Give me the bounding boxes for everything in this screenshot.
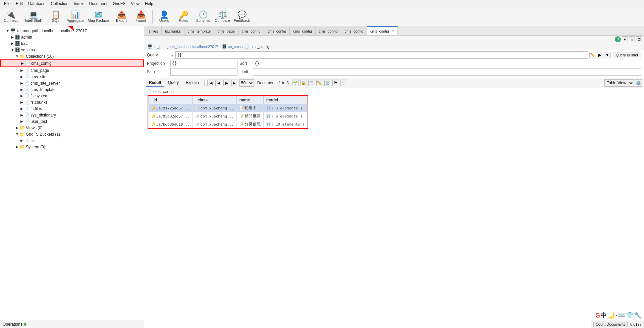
fs-label: fs <box>31 138 34 143</box>
settings-btn[interactable]: ⚙️ <box>635 79 642 87</box>
roles-button[interactable]: 🔑 Roles <box>175 10 192 24</box>
tab-cms-page[interactable]: cms_page <box>214 26 238 35</box>
sidebar-item-cms-template[interactable]: ▶ 📄 cms_template <box>0 86 144 93</box>
query-dropdown-btn[interactable]: ▼ <box>604 52 611 58</box>
menu-file[interactable]: File <box>1 1 13 7</box>
tab-cms-config-3[interactable]: cms_config <box>290 26 316 35</box>
result-tab-explain[interactable]: Explain <box>183 79 201 87</box>
projection-input[interactable] <box>170 60 237 67</box>
sidebar-item-server[interactable]: ▼ 🖥️ xc_mongodb_localhost localhost:2701… <box>0 28 144 34</box>
sidebar-item-views[interactable]: ▶ 📁 Views (0) <box>0 125 144 131</box>
sidebar-item-sys-dictionary[interactable]: ▶ 📄 sys_dictionary <box>0 112 144 118</box>
aggregate-button[interactable]: 📊 Aggregate <box>66 10 84 24</box>
lock-btn[interactable]: 🔒 <box>300 80 307 86</box>
table-row[interactable]: 🔑5a795d82dd57...📝com.xuecheng...📝精品推荐ℹ️[… <box>149 112 308 120</box>
sidebar-item-gridfs[interactable]: ▼ 📁 GridFS Buckets (1) <box>0 131 144 137</box>
table-row[interactable]: 🔑5a7bdd8bd019...📝com.xuecheng...📝分类信息ℹ️[… <box>149 120 308 128</box>
menu-gridfs[interactable]: GridFS <box>110 1 128 7</box>
sys-dictionary-label: sys_dictionary <box>31 113 56 118</box>
query-run-btn[interactable]: ▶ <box>597 52 603 58</box>
fs-files-arrow-icon: ▶ <box>19 107 24 110</box>
import-button[interactable]: 📥 Import <box>132 10 150 24</box>
result-tab-query[interactable]: Query <box>165 79 182 87</box>
sidebar-item-user-test[interactable]: ▶ 📄 user_test <box>0 118 144 125</box>
skip-input[interactable] <box>170 68 237 76</box>
nav-prev-btn[interactable]: ◀ <box>215 80 222 86</box>
edit-btn[interactable]: ✏️ <box>316 80 323 86</box>
add-doc-btn[interactable]: 🌱 <box>292 80 299 86</box>
count-docs-badge[interactable]: Count Documents <box>593 322 628 327</box>
menu-help[interactable]: Help <box>142 1 156 7</box>
tab-cms-config-1[interactable]: cms_config <box>238 26 264 35</box>
sidebar-tree: ▼ 🖥️ xc_mongodb_localhost localhost:2701… <box>0 26 144 151</box>
query-builder-button[interactable]: Query Builder <box>613 52 641 58</box>
nav-last-btn[interactable]: ▶| <box>231 80 238 86</box>
table-row[interactable]: 🔑5a791725dd57...📝com.xuecheng...📝轮播图ℹ️[ … <box>149 104 308 112</box>
star-icon[interactable]: ☆ <box>629 36 635 42</box>
schema-button[interactable]: 🕐 Schema <box>194 10 212 24</box>
query-expand-icon[interactable]: ▲ <box>170 53 174 57</box>
sidebar-item-fs-files[interactable]: ▶ 📄 fs.files <box>0 105 144 112</box>
query-edit-btn[interactable]: ✏️ <box>589 52 596 58</box>
tab-cms-page-label: cms_page <box>218 29 235 33</box>
admin-db-icon: 🗄️ <box>15 35 20 40</box>
users-button[interactable]: 👤 Users <box>155 10 173 24</box>
skip-row: Skip Limit <box>147 68 641 76</box>
tab-fs-chunks[interactable]: fs.chunks <box>162 26 184 35</box>
sidebar-item-local[interactable]: ▶ 🗄️ local <box>0 40 144 47</box>
sidebar-item-cms-site-server[interactable]: ▶ 📄 cms_site_server <box>0 80 144 86</box>
class-icon: 📝 <box>195 106 199 110</box>
query-input[interactable] <box>175 51 588 59</box>
dropdown-icon[interactable]: ▼ <box>622 36 628 42</box>
tab-cms-config-5[interactable]: cms_config <box>341 26 367 35</box>
tab-fs-files[interactable]: fs.files <box>144 26 162 35</box>
sidebar-item-xccms[interactable]: ▼ 🗄️ xc_cms <box>0 47 144 53</box>
sidebar-item-cms-site[interactable]: ▶ 📄 cms_site <box>0 74 144 80</box>
fs-icon: 📄 <box>24 138 30 143</box>
nav-next-btn[interactable]: ▶ <box>223 80 230 86</box>
admin-label: admin <box>21 35 32 40</box>
menu-collection[interactable]: Collection <box>48 1 71 7</box>
intellishell-button[interactable]: 💻 IntelliShell <box>21 10 45 24</box>
sidebar-item-cms-page[interactable]: ▶ 📄 cms_page <box>0 67 144 74</box>
sidebar-item-cms-config[interactable]: ▶ 📄 cms_config <box>0 59 144 67</box>
tab-cms-config-2[interactable]: cms_config <box>264 26 290 35</box>
tab-cms-template[interactable]: cms_template <box>184 26 214 35</box>
flag-btn[interactable]: ⚑ <box>332 80 339 86</box>
sidebar-item-fs-chunks[interactable]: ▶ 📄 fs.chunks <box>0 99 144 105</box>
cms-site-collection-icon: 📄 <box>24 74 30 79</box>
menu-view[interactable]: View <box>128 1 142 7</box>
export-button[interactable]: 📤 Export <box>113 10 130 24</box>
menu-document[interactable]: Document <box>86 1 110 7</box>
connect-button[interactable]: 🔌 Connect <box>2 10 19 24</box>
compare-button[interactable]: ⚖️ Compare <box>214 10 231 24</box>
sql-button[interactable]: 📋 SQL <box>47 10 64 24</box>
breadcrumb-db[interactable]: xc_cms <box>228 45 240 49</box>
tab-close-icon[interactable]: ✕ <box>391 29 394 33</box>
sidebar-item-collections[interactable]: ▼ 📁 Collections (10) <box>0 53 144 59</box>
keyboard-icon: ⌨️ <box>618 312 625 319</box>
menu-index[interactable]: Index <box>71 1 86 7</box>
tab-cms-config-4[interactable]: cms_config <box>316 26 341 35</box>
feedback-button[interactable]: 💬 Feedback <box>233 10 251 24</box>
result-tab-result[interactable]: Result <box>146 79 164 87</box>
nav-first-btn[interactable]: |◀ <box>207 80 214 86</box>
copy-btn[interactable]: 📋 <box>308 80 315 86</box>
delete-btn[interactable]: 🗑️ <box>324 80 331 86</box>
menu-database[interactable]: Database <box>25 1 48 7</box>
map-reduce-button[interactable]: 🗺️ Map-Reduce <box>86 10 111 24</box>
sidebar-item-system[interactable]: ▶ 📁 System (0) <box>0 144 144 150</box>
limit-input[interactable] <box>253 68 641 76</box>
window-icon[interactable]: ⊡ <box>636 36 642 42</box>
sidebar-item-fs[interactable]: ▶ 📄 fs <box>0 137 144 144</box>
breadcrumb-server[interactable]: xc_mongodb_localhost localhost:27017 <box>154 45 218 49</box>
tab-cms-config-6[interactable]: cms_config ✕ <box>367 26 398 35</box>
sidebar-item-filesystem[interactable]: ▶ 📄 filesystem <box>0 93 144 99</box>
sidebar-item-admin[interactable]: ▶ 🗄️ admin <box>0 34 144 40</box>
sort-input[interactable] <box>253 60 641 67</box>
menu-edit[interactable]: Edit <box>13 1 25 7</box>
refresh-icon[interactable]: ↺ <box>615 36 621 42</box>
page-size-select[interactable]: 50 100 200 <box>239 79 254 87</box>
more-btn[interactable]: ⋯ <box>340 80 347 86</box>
view-dropdown[interactable]: Table View JSON View Tree View <box>604 79 634 87</box>
